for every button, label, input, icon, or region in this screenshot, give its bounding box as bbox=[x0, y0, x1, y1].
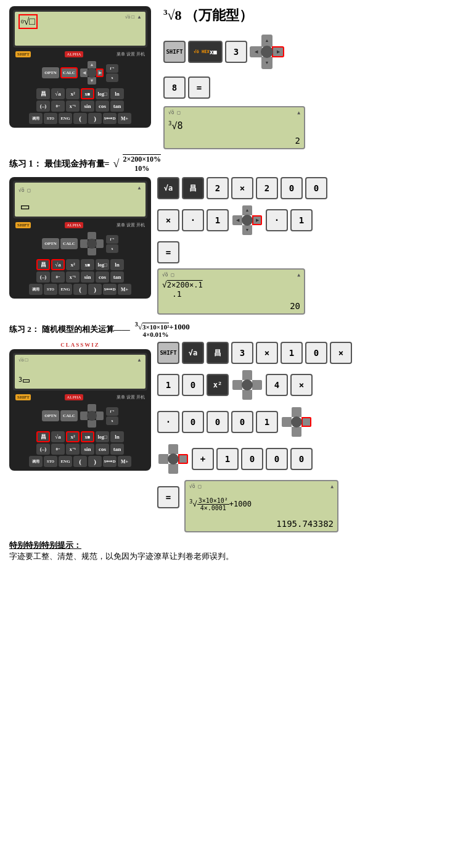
s2-frac[interactable]: 昌 bbox=[182, 177, 204, 199]
dpad2-center[interactable] bbox=[87, 239, 97, 249]
s2-0[interactable]: 0 bbox=[281, 177, 303, 199]
key-lparen-3[interactable]: ( bbox=[73, 456, 87, 467]
s3-x2[interactable]: x² bbox=[207, 374, 229, 396]
step-vhex-key[interactable]: √ö HEXx■ bbox=[188, 41, 223, 63]
s3-dpad1-down[interactable] bbox=[242, 390, 252, 400]
s3-dpad1-center[interactable] bbox=[242, 379, 253, 391]
key-lparen[interactable]: ( bbox=[73, 113, 87, 124]
s3-dpad2-center[interactable] bbox=[291, 416, 302, 428]
key-neg-2[interactable]: (–) bbox=[36, 271, 50, 283]
s3-dpad1-left[interactable] bbox=[232, 380, 242, 390]
s3-4[interactable]: 4 bbox=[266, 374, 288, 396]
s3-1d[interactable]: 1 bbox=[216, 448, 239, 470]
s3-dpad3-down[interactable] bbox=[168, 464, 178, 474]
s2-dpad-down[interactable]: ▼ bbox=[242, 225, 252, 235]
s3-dpad1-up[interactable] bbox=[242, 370, 252, 380]
key-log-2[interactable]: log□ bbox=[96, 259, 109, 270]
shift-label-2[interactable]: SHIFT bbox=[15, 222, 31, 228]
s3-1[interactable]: 1 bbox=[281, 342, 303, 364]
key-frac-3[interactable]: 昌 bbox=[36, 431, 50, 442]
key-f1-2[interactable]: f⁻¹ bbox=[106, 235, 118, 244]
s2-dpad-left[interactable]: ◀ bbox=[232, 215, 242, 225]
s3-dpad3-center[interactable] bbox=[168, 453, 179, 465]
key-recall-3[interactable]: 调用 bbox=[29, 456, 43, 467]
key-xinv[interactable]: x⁻¹ bbox=[66, 101, 80, 112]
key-ln-2[interactable]: ln bbox=[110, 259, 124, 270]
key-neg-3[interactable]: (–) bbox=[36, 444, 50, 455]
key-ln-3[interactable]: ln bbox=[110, 431, 124, 442]
dpad3-right[interactable] bbox=[96, 411, 104, 420]
key-neg[interactable]: (–) bbox=[36, 101, 50, 112]
step3-dpad2[interactable] bbox=[281, 406, 313, 438]
key-sfd[interactable]: S⟺D bbox=[103, 113, 117, 124]
s3-1b[interactable]: 1 bbox=[157, 374, 179, 396]
key-frac[interactable]: 昌 bbox=[36, 88, 50, 99]
key-sin[interactable]: sin bbox=[81, 101, 94, 112]
key-cos-2[interactable]: cos bbox=[96, 271, 109, 283]
key-dots-3[interactable]: 0·· bbox=[51, 444, 65, 455]
key-tan-2[interactable]: tan bbox=[110, 271, 124, 283]
key-frac-2[interactable]: 昌 bbox=[36, 259, 50, 270]
key-recall-2[interactable]: 调用 bbox=[29, 284, 43, 295]
s3-dpad2-right[interactable] bbox=[301, 417, 311, 427]
s3-times2[interactable]: × bbox=[330, 342, 352, 364]
key-sqrt[interactable]: √a bbox=[51, 88, 65, 99]
key-xinv-3[interactable]: x⁻¹ bbox=[66, 444, 80, 455]
key-f1-3[interactable]: f⁻¹ bbox=[106, 407, 118, 416]
key-optn-2[interactable]: OPTN bbox=[42, 238, 59, 249]
s3-dpad3-up[interactable] bbox=[168, 444, 178, 454]
s3-sqrt[interactable]: √a bbox=[182, 342, 204, 364]
key-recall[interactable]: 调用 bbox=[29, 113, 43, 124]
key-eng-3[interactable]: ENG bbox=[59, 456, 72, 467]
key-optn-3[interactable]: OPTN bbox=[42, 410, 59, 421]
s3-3[interactable]: 3 bbox=[231, 342, 253, 364]
key-lparen-2[interactable]: ( bbox=[73, 284, 87, 295]
key-x2-2[interactable]: x² bbox=[66, 259, 80, 270]
key-rparen-3[interactable]: ) bbox=[88, 456, 102, 467]
s2-dpad-center[interactable] bbox=[242, 215, 253, 226]
key-f1[interactable]: f⁻¹ bbox=[106, 64, 118, 73]
s2-0b[interactable]: 0 bbox=[305, 177, 327, 199]
step-num3-key[interactable]: 3 bbox=[225, 41, 247, 63]
key-sfd-2[interactable]: S⟺D bbox=[103, 284, 117, 295]
key-rparen-2[interactable]: ) bbox=[88, 284, 102, 295]
s2-sqrt[interactable]: √a bbox=[157, 177, 179, 199]
key-sto-2[interactable]: STO bbox=[44, 284, 57, 295]
dpad-down[interactable]: ▼ bbox=[88, 77, 96, 85]
key-mplus[interactable]: M+ bbox=[118, 113, 131, 124]
s2-dot[interactable]: · bbox=[182, 209, 204, 231]
s3-1c[interactable]: 1 bbox=[256, 411, 278, 433]
s2-dpad-right[interactable]: ▶ bbox=[252, 215, 262, 225]
alpha-label-3[interactable]: ALPHA bbox=[65, 394, 83, 400]
step-shift-key[interactable]: SHIFT bbox=[163, 41, 186, 63]
alpha-label-2[interactable]: ALPHA bbox=[65, 222, 83, 228]
s3-0b[interactable]: 0 bbox=[182, 374, 204, 396]
key-sto-3[interactable]: STO bbox=[44, 456, 57, 467]
key-sqrt-2[interactable]: √a bbox=[51, 259, 65, 270]
dpad-center[interactable] bbox=[87, 68, 97, 78]
s2-1b[interactable]: 1 bbox=[290, 209, 313, 231]
s2-dpad-up[interactable]: ▲ bbox=[242, 205, 252, 215]
s3-0c[interactable]: 0 bbox=[182, 411, 204, 433]
s3-shift[interactable]: SHIFT bbox=[157, 342, 179, 364]
s3-dpad2-down[interactable] bbox=[292, 427, 301, 437]
key-eng-2[interactable]: ENG bbox=[59, 284, 72, 295]
s3-0[interactable]: 0 bbox=[305, 342, 327, 364]
shift-label[interactable]: SHIFT bbox=[15, 51, 31, 57]
s3-0f[interactable]: 0 bbox=[241, 448, 263, 470]
key-calc-3[interactable]: CALC bbox=[60, 410, 78, 421]
alpha-label[interactable]: ALPHA bbox=[65, 51, 83, 57]
key-x2[interactable]: x² bbox=[66, 88, 80, 99]
step3-dpad3[interactable] bbox=[157, 443, 189, 475]
s2-eq[interactable]: = bbox=[157, 241, 179, 263]
key-tan[interactable]: tan bbox=[110, 101, 124, 112]
step2-dpad[interactable]: ▲ ▼ ◀ ▶ bbox=[231, 204, 263, 236]
s3-frac[interactable]: 昌 bbox=[207, 342, 229, 364]
key-dots-2[interactable]: 0·· bbox=[51, 271, 65, 283]
key-rparen[interactable]: ) bbox=[88, 113, 102, 124]
key-tan-3[interactable]: tan bbox=[110, 444, 124, 455]
key-log[interactable]: log□ bbox=[96, 88, 109, 99]
key-eng[interactable]: ENG bbox=[59, 113, 72, 124]
key-mplus-3[interactable]: M+ bbox=[118, 456, 131, 467]
step-dpad-left[interactable]: ◀ bbox=[250, 46, 262, 57]
